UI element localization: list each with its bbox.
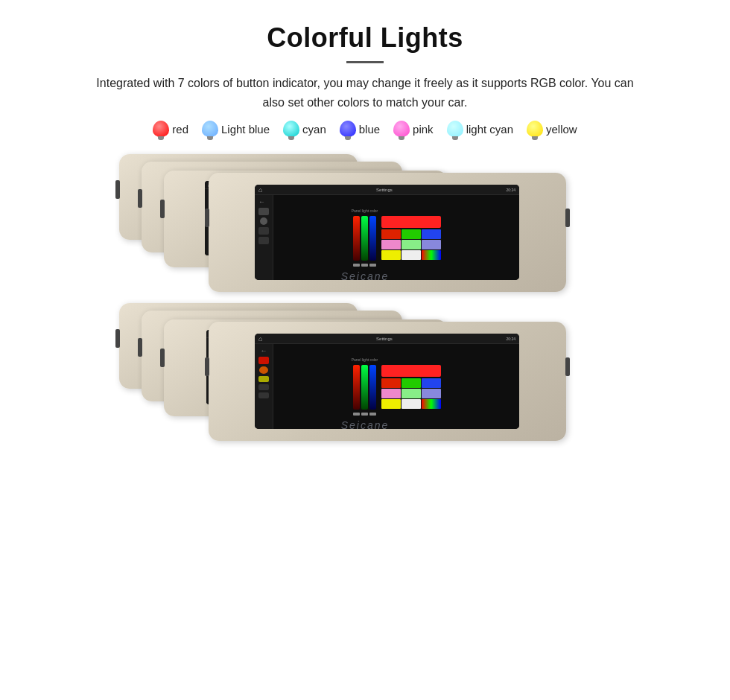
cell-b bbox=[422, 229, 441, 239]
cell-g bbox=[402, 229, 421, 239]
ind-b-b bbox=[369, 413, 376, 416]
color-label-lightcyan: light cyan bbox=[466, 123, 513, 136]
screen-body-top: ← Panel light color bbox=[255, 195, 519, 280]
page-container: Colorful Lights Integrated with 7 colors… bbox=[0, 0, 730, 700]
bottom-unit-4-main: ⌂ Settings 20:24 ← bbox=[209, 322, 566, 441]
bottom-device-row: ⌂ Se ← bbox=[30, 299, 700, 445]
cell-yellow bbox=[381, 250, 401, 260]
bulb-lightcyan-icon bbox=[447, 121, 463, 137]
sidebar-icon-r-b bbox=[258, 357, 269, 364]
screen-topbar-top: ⌂ Settings 20:24 bbox=[255, 185, 519, 195]
color-grid-panel-top bbox=[381, 216, 441, 260]
left-btn-b2 bbox=[138, 338, 142, 357]
left-btn-b3 bbox=[160, 349, 165, 367]
color-item-lightblue: Light blue bbox=[202, 121, 270, 137]
cell-yellow-b bbox=[381, 399, 401, 409]
color-label-lightblue: Light blue bbox=[221, 123, 270, 136]
bulb-lightblue-icon bbox=[202, 121, 218, 137]
back-icon-top: ← bbox=[258, 198, 269, 206]
screen-left-panel-top: ← bbox=[255, 195, 273, 280]
color-item-lightcyan: light cyan bbox=[447, 121, 513, 137]
sidebar-icon-4 bbox=[258, 237, 269, 244]
right-btn-b4 bbox=[565, 357, 570, 376]
ind-b bbox=[369, 264, 376, 267]
screen-body-bottom: ← Panel light color bbox=[255, 344, 519, 429]
screen-content-bottom: Panel light color bbox=[273, 344, 519, 429]
selected-color-bar-top bbox=[381, 216, 441, 228]
top-device-row: ⌂ Settings ← Panel light color bbox=[30, 150, 700, 296]
bar-red-b bbox=[353, 365, 360, 410]
cell-r bbox=[381, 229, 401, 239]
left-btn-b1 bbox=[115, 329, 120, 348]
ind-g bbox=[361, 264, 368, 267]
bar-blue-b bbox=[369, 365, 376, 410]
bar-red bbox=[353, 216, 360, 261]
bulb-yellow-icon bbox=[527, 121, 543, 137]
sidebar-icon-5-b bbox=[258, 392, 269, 398]
cell-white bbox=[402, 250, 421, 260]
gradient-bars-bottom bbox=[353, 365, 376, 410]
selected-color-bar-bottom bbox=[381, 365, 441, 377]
description-text: Integrated with 7 colors of button indic… bbox=[86, 74, 644, 112]
color-label-yellow: yellow bbox=[546, 123, 577, 136]
color-label-cyan: cyan bbox=[302, 123, 326, 136]
top-device-stack: ⌂ Settings ← Panel light color bbox=[74, 150, 656, 296]
bulb-red-icon bbox=[153, 121, 169, 137]
bulb-pink-icon bbox=[393, 121, 410, 137]
cell-pink-g-b bbox=[402, 389, 421, 398]
main-screen-top: ⌂ Settings 20:24 ← bbox=[255, 185, 519, 280]
screen-title-top: Settings bbox=[265, 188, 503, 192]
color-item-pink: pink bbox=[393, 121, 434, 137]
sidebar-icon-2 bbox=[260, 217, 267, 225]
cell-g-b bbox=[402, 378, 421, 388]
divider bbox=[346, 61, 384, 63]
color-label-pink: pink bbox=[413, 123, 434, 136]
bar-green bbox=[361, 216, 368, 261]
color-grid-panel-bottom bbox=[381, 365, 441, 409]
left-btn-4 bbox=[205, 209, 209, 227]
cell-pink-b bbox=[422, 240, 441, 249]
top-unit-4-main: ⌂ Settings 20:24 ← bbox=[209, 173, 566, 292]
ind-r-b bbox=[353, 413, 360, 416]
left-btn-3 bbox=[160, 200, 165, 218]
gradient-bars-top bbox=[353, 216, 376, 261]
color-label-red: red bbox=[172, 123, 188, 136]
cell-pink-r-b bbox=[381, 389, 401, 398]
main-screen-bottom: ⌂ Settings 20:24 ← bbox=[255, 334, 519, 429]
color-grid-bottom bbox=[381, 378, 441, 409]
left-btn-1 bbox=[115, 180, 120, 199]
cell-rainbow-b bbox=[422, 399, 441, 409]
ind-r bbox=[353, 264, 360, 267]
right-btn-4 bbox=[565, 209, 570, 227]
left-btn-b4 bbox=[205, 357, 209, 376]
gradient-panel-bottom: Panel light color bbox=[352, 357, 378, 416]
cell-r-b bbox=[381, 378, 401, 388]
sidebar-icon-o-b bbox=[259, 366, 268, 374]
color-label-blue: blue bbox=[359, 123, 380, 136]
color-grid-top bbox=[381, 229, 441, 260]
bulb-cyan-icon bbox=[283, 121, 299, 137]
bulb-blue-icon bbox=[340, 121, 356, 137]
cell-pink-b-b bbox=[422, 389, 441, 398]
screen-time-top: 20:24 bbox=[506, 188, 515, 192]
color-list: red Light blue cyan blue pink light cyan… bbox=[153, 121, 577, 137]
cell-white-b bbox=[402, 399, 421, 409]
cell-pink-r bbox=[381, 240, 401, 249]
gradient-panel-top: Panel light color bbox=[352, 209, 378, 267]
cell-rainbow bbox=[422, 250, 441, 260]
cell-pink-g bbox=[402, 240, 421, 249]
cell-b-b bbox=[422, 378, 441, 388]
left-btn-2 bbox=[138, 189, 142, 208]
sidebar-icon-1 bbox=[258, 208, 269, 215]
panel-label-main-bottom: Panel light color bbox=[352, 357, 378, 362]
bar-indicators-bottom bbox=[352, 413, 378, 416]
sidebar-icon-4-b bbox=[258, 384, 269, 390]
color-item-red: red bbox=[153, 121, 188, 137]
color-item-yellow: yellow bbox=[527, 121, 577, 137]
color-item-blue: blue bbox=[340, 121, 380, 137]
screen-topbar-bottom: ⌂ Settings 20:24 bbox=[255, 334, 519, 344]
sidebar-icon-3 bbox=[258, 227, 269, 235]
bottom-device-stack: ⌂ Se ← bbox=[74, 299, 656, 445]
sidebar-icon-y-b bbox=[258, 376, 269, 382]
page-title: Colorful Lights bbox=[267, 22, 463, 54]
